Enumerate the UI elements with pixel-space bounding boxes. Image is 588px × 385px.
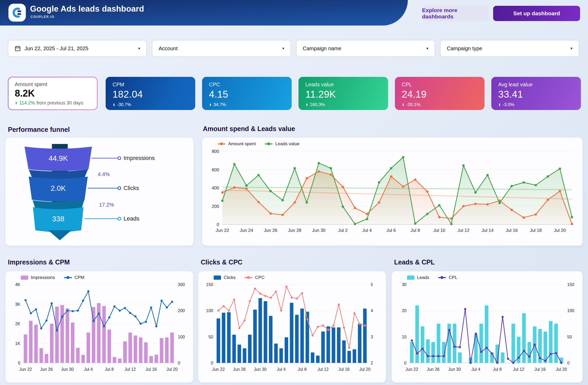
campaign-name-filter-label: Campaign name: [303, 46, 426, 52]
svg-text:Jun 26: Jun 26: [233, 367, 246, 372]
svg-text:Jul 10: Jul 10: [433, 228, 445, 233]
svg-text:Jun 30: Jun 30: [254, 367, 267, 372]
svg-text:Jul 20: Jul 20: [556, 367, 567, 372]
svg-text:Jun 22: Jun 22: [405, 367, 418, 372]
svg-text:Jun 30: Jun 30: [312, 228, 326, 233]
svg-text:30: 30: [402, 282, 406, 287]
performance-funnel-card: 44.9K 2.0K 338 4.4% 17.2% Impressions Cl…: [5, 137, 194, 246]
kpi-label: Amount spent: [15, 81, 91, 87]
line-swatch-icon: [218, 143, 226, 144]
leads-cpl-section-title: Leads & CPL: [394, 258, 435, 266]
svg-text:2K: 2K: [15, 322, 20, 326]
legend-item-cpl: CPL: [438, 275, 457, 280]
legend-item-leads-value: Leads value: [265, 141, 300, 147]
legend-label: CPC: [255, 275, 264, 280]
svg-text:600: 600: [212, 167, 219, 172]
leads-cpl-legend: LeadsCPL: [392, 271, 582, 281]
svg-text:5: 5: [371, 282, 373, 287]
kpi-card-cpm: CPM 182.04 ⬇ -30.7%: [106, 77, 195, 110]
svg-text:100: 100: [567, 308, 574, 313]
account-filter-label: Account: [159, 46, 282, 52]
chevron-down-icon: ▾: [138, 46, 140, 51]
kpi-label: CPL: [402, 82, 478, 88]
kpi-delta-value: -30.7%: [117, 102, 131, 107]
svg-text:Jul 20: Jul 20: [166, 367, 178, 372]
line-swatch-icon: [265, 143, 273, 144]
kpi-delta-value: -20.1%: [406, 102, 420, 107]
svg-text:Jul 12: Jul 12: [513, 367, 524, 372]
legend-item-leads: Leads: [407, 275, 429, 280]
legend-item-amount-spent: Amount spent: [218, 141, 256, 147]
svg-text:Jun 22: Jun 22: [215, 228, 229, 233]
clicks-cpc-section-title: Clicks & CPC: [201, 258, 242, 266]
date-range-filter[interactable]: Jun 22, 2025 - Jul 21, 2025 ▾: [8, 40, 147, 57]
legend-label: Leads value: [275, 141, 300, 147]
svg-text:Jul 4: Jul 4: [472, 367, 481, 372]
kpi-value: 182.04: [112, 89, 188, 100]
funnel-conversion-clicks: 4.4%: [98, 171, 110, 177]
kpi-label: CPM: [112, 82, 188, 88]
account-filter[interactable]: Account ▾: [152, 40, 291, 57]
brand-label: COUPLER.IO: [31, 15, 55, 19]
svg-text:Jun 22: Jun 22: [212, 367, 225, 372]
svg-text:800: 800: [212, 149, 219, 154]
svg-text:3: 3: [371, 335, 373, 339]
svg-text:50: 50: [208, 335, 213, 339]
kpi-delta: ⬆ 160.3%: [305, 102, 381, 107]
legend-label: Leads: [417, 275, 429, 280]
page-title: Google Ads leads dashboard: [30, 4, 144, 14]
svg-text:50: 50: [567, 335, 572, 339]
svg-text:0: 0: [567, 361, 570, 365]
svg-text:Jun 26: Jun 26: [264, 228, 277, 233]
svg-text:Jun 22: Jun 22: [19, 367, 32, 372]
kpi-delta-value: -3.0%: [503, 102, 514, 107]
kpi-value: 8.2K: [15, 88, 91, 99]
bar-swatch-icon: [407, 276, 414, 280]
svg-text:100: 100: [178, 335, 185, 339]
svg-text:Jul 16: Jul 16: [506, 228, 518, 233]
svg-text:Jun 26: Jun 26: [427, 367, 439, 372]
svg-text:Jul 8: Jul 8: [493, 367, 502, 372]
campaign-name-filter[interactable]: Campaign name ▾: [296, 40, 435, 57]
clicks-cpc-chart-card: ClicksCPC 0501001502345Jun 22Jun 26Jun 3…: [198, 271, 386, 383]
legend-label: CPM: [75, 275, 85, 280]
kpi-card-cpc: CPC 4.15 ⬆ 34.7%: [202, 77, 292, 110]
legend-label: Impressions: [31, 275, 55, 280]
svg-text:Jul 8: Jul 8: [105, 367, 114, 372]
svg-text:Jun 30: Jun 30: [448, 367, 461, 372]
line-swatch-icon: [438, 277, 446, 278]
explore-more-dashboards-button[interactable]: Explore more dashboards: [422, 6, 488, 21]
kpi-value: 33.41: [498, 89, 574, 100]
kpi-delta: ⬆ 34.7%: [209, 102, 285, 107]
kpi-value: 4.15: [209, 89, 285, 100]
arrow-up-icon: ⬆: [15, 101, 18, 105]
kpi-delta: ⬆ 114.2% from previous 30 days: [15, 100, 91, 106]
kpi-value: 11.29K: [305, 89, 381, 100]
kpi-card-leads-value: Leads value 11.29K ⬆ 160.3%: [298, 77, 388, 110]
svg-text:0: 0: [18, 361, 20, 365]
amount-leads-chart-card: Amount spentLeads value 0200400600800Jun…: [202, 137, 583, 246]
coupler-logo-icon: [11, 7, 23, 18]
legend-label: Amount spent: [228, 141, 256, 147]
date-range-value: Jun 22, 2025 - Jul 21, 2025: [24, 46, 138, 52]
svg-text:Jul 4: Jul 4: [362, 228, 372, 233]
funnel-label-clicks: Clicks: [124, 185, 139, 191]
svg-text:Jul 4: Jul 4: [84, 367, 93, 372]
svg-text:0: 0: [217, 222, 219, 227]
kpi-delta-value: 160.3%: [310, 102, 325, 107]
impressions-cpm-legend: ImpressionsCPM: [6, 271, 193, 281]
svg-text:Jul 12: Jul 12: [317, 367, 329, 372]
svg-text:150: 150: [567, 282, 574, 287]
svg-text:2: 2: [371, 361, 373, 365]
svg-text:4: 4: [371, 308, 373, 313]
calendar-icon: [14, 45, 21, 52]
svg-text:Jul 16: Jul 16: [534, 367, 546, 372]
funnel-conversion-leads: 17.2%: [99, 202, 114, 208]
funnel-value-clicks: 2.0K: [51, 184, 66, 192]
campaign-type-filter[interactable]: Campaign type ▾: [440, 40, 579, 57]
set-up-dashboard-button[interactable]: Set up dashboard: [493, 6, 580, 21]
kpi-delta: ⬇ -20.1%: [402, 102, 478, 107]
svg-text:Jul 14: Jul 14: [482, 228, 493, 233]
svg-text:Jul 6: Jul 6: [386, 228, 396, 233]
performance-funnel-chart: 44.9K 2.0K 338 4.4% 17.2% Impressions Cl…: [6, 138, 194, 246]
